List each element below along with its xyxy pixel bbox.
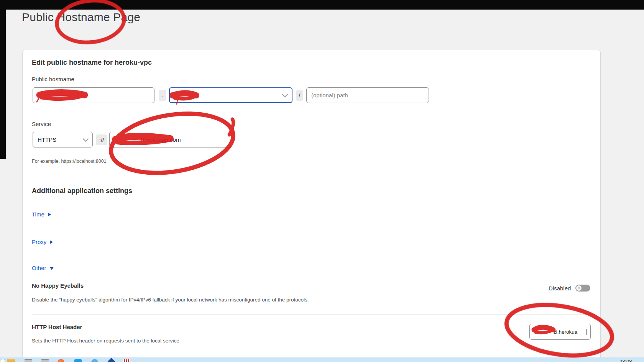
toggle-off-x-icon: ✕	[576, 285, 582, 291]
no-happy-eyeballs-description: Disable the “happy eyeballs” algorithm f…	[32, 297, 309, 303]
taskbar-icon-twitter[interactable]	[74, 359, 82, 362]
taskbar-icon-file-explorer[interactable]	[7, 359, 15, 362]
public-hostname-label: Public hostname	[32, 76, 74, 82]
section-divider	[32, 183, 591, 183]
section-link-proxy[interactable]: Proxy	[32, 239, 53, 245]
section-link-label: Other	[32, 265, 46, 271]
no-happy-eyeballs-title: No Happy Eyeballs	[32, 282, 84, 289]
toggle-state-label: Disabled	[549, 285, 571, 292]
section-link-time[interactable]: Time	[32, 211, 51, 218]
taskbar-clock: 23:08	[619, 359, 632, 362]
triangle-right-icon	[48, 213, 51, 216]
chevron-down-icon	[83, 136, 89, 142]
section-link-label: Time	[32, 211, 44, 218]
left-black-strip	[0, 0, 6, 159]
slash-separator: /	[296, 90, 303, 101]
http-host-header-description: Sets the HTTP Host header on requests se…	[32, 338, 181, 344]
triangle-down-icon	[50, 267, 54, 270]
text-cursor	[586, 329, 586, 335]
triangle-right-icon	[50, 240, 53, 244]
card-heading: Edit public hostname for heroku-vpc	[32, 59, 152, 67]
http-host-header-title: HTTP Host Header	[32, 324, 82, 330]
additional-settings-heading: Additional application settings	[32, 187, 132, 195]
taskbar-icon-window-2[interactable]	[41, 359, 49, 362]
no-happy-eyeballs-toggle[interactable]: ✕	[575, 285, 590, 292]
hostname-edit-card: Edit public hostname for heroku-vpc Publ…	[22, 50, 601, 362]
service-type-value: HTTPS	[38, 136, 56, 143]
subdomain-input[interactable]	[33, 87, 154, 103]
service-example-hint: For example, https://localhost:8001	[32, 159, 107, 164]
section-link-other[interactable]: Other	[32, 265, 54, 271]
service-url-input[interactable]	[109, 132, 231, 147]
scheme-separator: ://	[96, 134, 107, 145]
section-link-label: Proxy	[32, 239, 46, 245]
taskbar-icon-window-1[interactable]	[25, 359, 32, 362]
dot-separator: .	[159, 90, 166, 101]
taskbar-edge-button[interactable]	[1, 359, 5, 362]
screen: Public Hostname Page Edit public hostnam…	[0, 0, 644, 362]
page-title: Public Hostname Page	[22, 11, 140, 24]
taskbar-icon-dot-grid[interactable]	[123, 359, 130, 362]
service-label: Service	[32, 121, 51, 127]
http-host-header-input[interactable]	[529, 324, 591, 340]
section-divider	[32, 314, 591, 315]
domain-select[interactable]	[169, 87, 292, 103]
path-input[interactable]	[306, 87, 429, 103]
service-type-select[interactable]: HTTPS	[33, 132, 93, 147]
top-black-bar	[0, 0, 644, 10]
chevron-down-icon	[282, 92, 288, 98]
no-happy-eyeballs-toggle-row: Disabled ✕	[549, 285, 590, 292]
